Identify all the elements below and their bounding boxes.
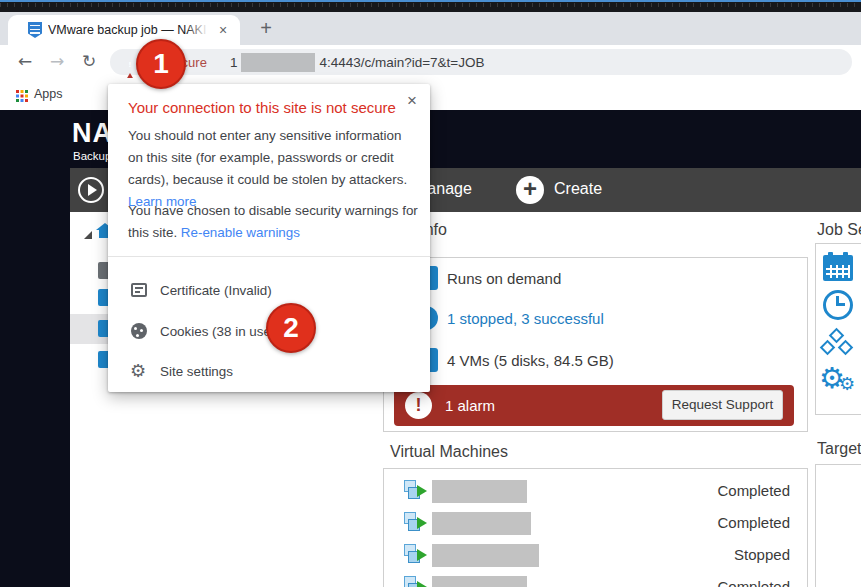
vm-icon	[404, 544, 428, 566]
vm-name-redacted	[432, 544, 539, 567]
vm-row[interactable]: Completed	[384, 479, 807, 505]
tab-close-icon[interactable]: ×	[214, 21, 232, 39]
job-settings-heading: Job Settings	[817, 221, 861, 239]
database-icon[interactable]	[816, 471, 860, 507]
vm-icon	[404, 512, 428, 534]
nakivo-favicon-shield-icon	[28, 22, 42, 38]
vm-name-redacted	[432, 576, 527, 587]
back-icon[interactable]: ←	[13, 49, 37, 73]
url-prefix: 1	[230, 55, 238, 70]
browser-toolbar: ← → ↻ ! Not secure 1 4:4443/c/main?id=7&…	[0, 45, 861, 78]
job-settings-panel: ⚙⚙	[815, 243, 861, 415]
tree-expand-icon[interactable]	[84, 231, 92, 239]
vm-status: Completed	[717, 482, 790, 499]
create-plus-icon[interactable]: +	[516, 176, 544, 204]
request-support-button[interactable]: Request Support	[662, 390, 783, 420]
popup-divider	[108, 256, 430, 257]
calendar-icon[interactable]	[816, 252, 860, 284]
job-info-runs-link[interactable]: 1 stopped, 3 successful	[447, 310, 604, 327]
vm-status: Completed	[717, 578, 790, 587]
annotation-badge-2: 2	[266, 303, 316, 353]
clock-icon[interactable]	[816, 290, 860, 324]
reenable-warnings-link[interactable]: Re-enable warnings	[181, 225, 300, 240]
window-top-strip	[0, 2, 861, 12]
cookie-icon	[131, 323, 147, 339]
vm-icon	[404, 480, 428, 502]
alarm-label: 1 alarm	[445, 397, 495, 414]
popup-close-icon[interactable]: ×	[407, 91, 417, 111]
alarm-exclamation-icon: !	[405, 392, 432, 419]
popup-item-certificate[interactable]: Certificate (Invalid)	[108, 276, 430, 306]
virtual-machines-panel: Completed Completed Stopped Completed	[383, 468, 808, 587]
vm-row[interactable]: Completed	[384, 575, 807, 587]
certificate-icon	[131, 283, 147, 297]
gears-icon[interactable]: ⚙⚙	[816, 365, 860, 401]
alarm-bar: ! 1 alarm Request Support	[394, 385, 794, 426]
vm-icon	[404, 576, 428, 587]
vm-name-redacted	[432, 480, 527, 503]
tab-bar: VMware backup job — NAKIVO Ba × +	[0, 12, 861, 45]
popup-item-site-settings[interactable]: ⚙ Site settings	[108, 357, 430, 387]
not-secure-warning-icon[interactable]: !	[123, 56, 137, 69]
popup-title: Your connection to this site is not secu…	[128, 99, 396, 116]
screen: VMware backup job — NAKIVO Ba × + ← → ↻ …	[0, 0, 861, 587]
url-suffix: 4:4443/c/main?id=7&t=JOB	[319, 55, 484, 70]
vm-status: Stopped	[734, 546, 790, 563]
forward-icon: →	[45, 49, 69, 73]
job-info-schedule: Runs on demand	[447, 270, 561, 287]
target-storage-panel	[815, 464, 861, 587]
job-info-vms: 4 VMs (5 disks, 84.5 GB)	[447, 352, 614, 369]
vm-row[interactable]: Stopped	[384, 543, 807, 569]
new-tab-button[interactable]: +	[252, 15, 280, 43]
url-redacted-host	[241, 53, 315, 72]
vm-status: Completed	[717, 514, 790, 531]
vm-name-redacted	[432, 512, 531, 535]
apps-label[interactable]: Apps	[34, 87, 63, 101]
vm-row[interactable]: Completed	[384, 511, 807, 537]
apps-grid-icon[interactable]	[16, 90, 19, 93]
job-info-panel: Runs on demand 1 stopped, 3 successful 4…	[383, 257, 808, 432]
nav-create[interactable]: Create	[554, 180, 602, 198]
browser-tab[interactable]: VMware backup job — NAKIVO Ba ×	[8, 15, 240, 45]
app-left-strip	[0, 168, 70, 587]
site-settings-gear-icon: ⚙	[130, 360, 146, 381]
run-play-icon[interactable]	[78, 177, 104, 203]
annotation-badge-1: 1	[136, 39, 186, 89]
tab-title: VMware backup job — NAKIVO Ba	[48, 23, 206, 39]
target-storage-heading: Target Storage	[817, 440, 861, 458]
reload-icon[interactable]: ↻	[77, 49, 101, 73]
address-bar[interactable]: ! Not secure 1 4:4443/c/main?id=7&t=JOB	[110, 49, 852, 75]
popup-body-2: You have chosen to disable security warn…	[128, 200, 420, 244]
security-popup: × Your connection to this site is not se…	[108, 84, 430, 392]
virtual-machines-heading: Virtual Machines	[390, 443, 508, 461]
cubes-icon[interactable]	[816, 329, 860, 361]
